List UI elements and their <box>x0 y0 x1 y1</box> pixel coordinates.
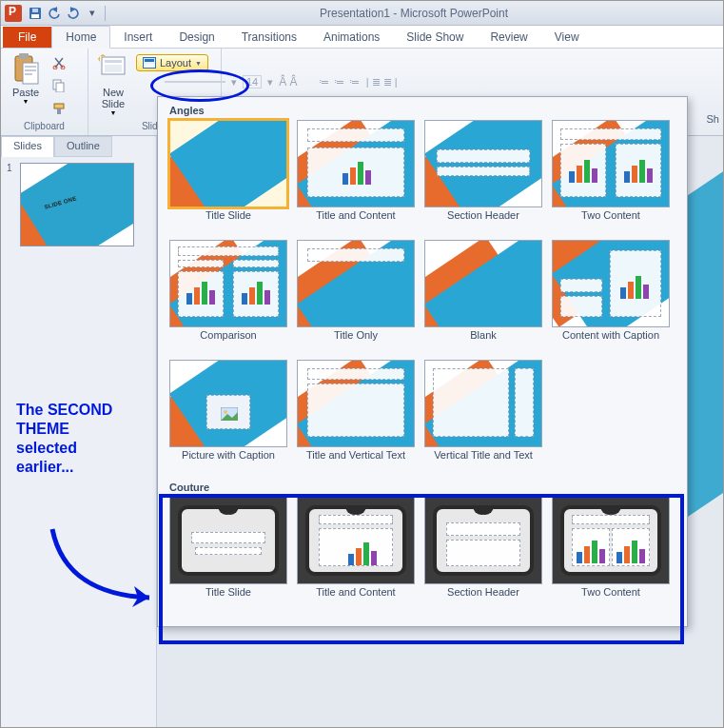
layout-icon <box>143 57 156 69</box>
shapes-hint: Sh <box>707 113 719 125</box>
svg-rect-11 <box>57 108 61 114</box>
font-size-box: 14 <box>243 75 262 89</box>
svg-rect-14 <box>105 65 122 72</box>
qat-separator <box>105 6 106 21</box>
powerpoint-icon <box>5 5 22 22</box>
annotation-text: The SECOND THEME selected earlier... <box>16 401 121 477</box>
new-slide-label: New Slide <box>102 87 125 109</box>
slide-thumbnail-1[interactable]: SLIDE ONE <box>20 163 134 246</box>
svg-rect-10 <box>54 104 64 108</box>
layout-two-content[interactable]: Two Content <box>550 120 672 234</box>
svg-point-16 <box>224 410 227 414</box>
tab-animations[interactable]: Animations <box>310 27 393 48</box>
layout-couture-title-and-content[interactable]: Title and Content <box>295 497 417 611</box>
tab-design[interactable]: Design <box>166 27 227 48</box>
chevron-down-icon: ▼ <box>195 60 202 67</box>
paste-label: Paste <box>12 87 39 98</box>
gallery-section-title: Couture <box>167 480 677 497</box>
title-bar: ▾ Presentation1 - Microsoft PowerPoint <box>1 1 723 26</box>
tab-insert[interactable]: Insert <box>110 27 166 48</box>
layout-title-only[interactable]: Title Only <box>295 240 417 354</box>
layout-gallery: Angles Title Slide Title and Content <box>157 96 688 627</box>
layout-comparison[interactable]: Comparison <box>167 240 289 354</box>
clipboard-group-label: Clipboard <box>7 121 82 133</box>
panel-tab-outline[interactable]: Outline <box>54 136 112 157</box>
qat-undo-button[interactable] <box>46 5 63 22</box>
layout-couture-two-content[interactable]: Two Content <box>550 497 672 611</box>
ribbon-dimmed-area: ▾ 14 ▾ Â Â ≔ ≔ ≔ | ≣ ≣ | <box>157 49 723 89</box>
layout-section-header[interactable]: Section Header <box>422 120 544 234</box>
annotation-arrow <box>43 520 166 615</box>
format-painter-button[interactable] <box>49 98 69 119</box>
copy-button[interactable] <box>49 75 69 96</box>
layout-couture-title-slide[interactable]: Title Slide <box>167 497 289 611</box>
qat-redo-button[interactable] <box>65 5 82 22</box>
svg-rect-5 <box>23 63 38 84</box>
layout-blank[interactable]: Blank <box>422 240 544 354</box>
tab-view[interactable]: View <box>541 27 593 48</box>
svg-rect-9 <box>56 83 64 92</box>
qat-customize-button[interactable]: ▾ <box>84 5 101 22</box>
svg-rect-1 <box>31 14 39 18</box>
ribbon-tabs: File Home Insert Design Transitions Anim… <box>1 26 723 49</box>
paste-icon <box>10 54 41 85</box>
qat-save-button[interactable] <box>27 5 44 22</box>
file-tab[interactable]: File <box>3 27 51 48</box>
svg-rect-4 <box>19 53 29 59</box>
new-slide-button[interactable]: New Slide ▼ <box>94 52 132 118</box>
tab-review[interactable]: Review <box>477 27 540 48</box>
gallery-section-title: Angles <box>167 103 677 120</box>
svg-rect-13 <box>105 60 122 63</box>
layout-vertical-title-and-text[interactable]: Vertical Title and Text <box>422 360 544 474</box>
cut-button[interactable] <box>49 52 69 73</box>
layout-picture-with-caption[interactable]: Picture with Caption <box>167 360 289 474</box>
window-title: Presentation1 - Microsoft PowerPoint <box>108 7 719 20</box>
tab-slideshow[interactable]: Slide Show <box>393 27 477 48</box>
layout-button[interactable]: Layout ▼ <box>136 54 208 71</box>
tab-transitions[interactable]: Transitions <box>228 27 310 48</box>
layout-title-slide[interactable]: Title Slide <box>167 120 289 234</box>
tab-home[interactable]: Home <box>51 26 110 49</box>
layout-couture-section-header[interactable]: Section Header <box>422 497 544 611</box>
svg-rect-2 <box>32 9 38 12</box>
layout-content-with-caption[interactable]: Content with Caption <box>550 240 672 354</box>
paste-button[interactable]: Paste ▼ <box>7 52 45 107</box>
gallery-section-couture: Couture Title Slide Title and Content <box>167 480 677 611</box>
layout-title-and-content[interactable]: Title and Content <box>295 120 417 234</box>
layout-title-and-vertical-text[interactable]: Title and Vertical Text <box>295 360 417 474</box>
slide-number: 1 <box>7 163 16 246</box>
gallery-section-angles: Angles Title Slide Title and Content <box>167 103 677 474</box>
layout-label: Layout <box>160 57 191 69</box>
thumb-label: SLIDE ONE <box>44 195 77 209</box>
group-clipboard: Paste ▼ Clipboard <box>1 49 88 135</box>
panel-tab-slides[interactable]: Slides <box>1 136 54 157</box>
new-slide-icon <box>98 54 128 85</box>
